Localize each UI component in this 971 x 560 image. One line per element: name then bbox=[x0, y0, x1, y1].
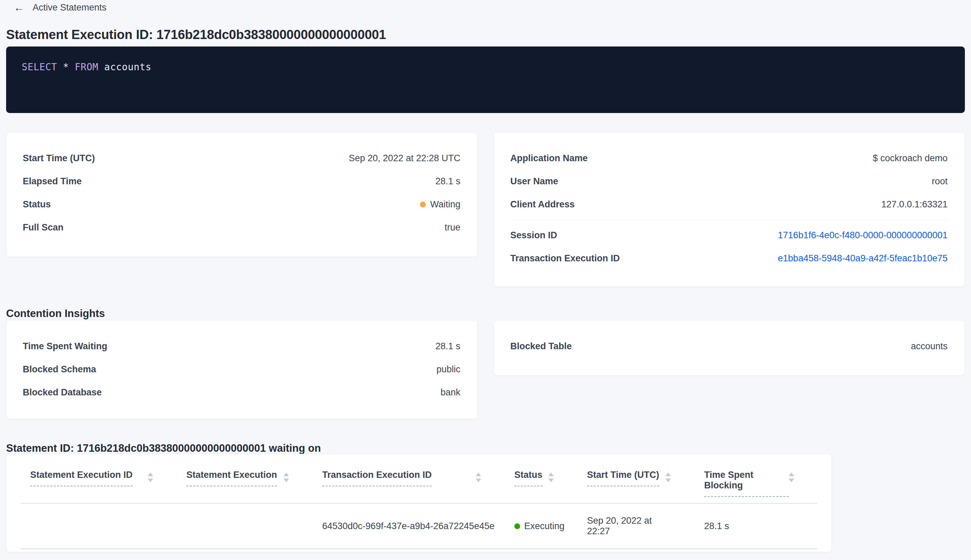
executing-status-dot-icon bbox=[514, 523, 520, 529]
sort-down-icon[interactable] bbox=[666, 478, 671, 482]
blocked-database-value: bank bbox=[440, 387, 460, 398]
blocked-database-label: Blocked Database bbox=[23, 387, 102, 398]
cell-start-time: Sep 20, 2022 at 22:27 bbox=[577, 515, 695, 537]
sort-up-icon[interactable] bbox=[475, 472, 481, 476]
sort-icon[interactable] bbox=[548, 472, 554, 482]
sort-up-icon[interactable] bbox=[789, 472, 794, 476]
elapsed-time-value: 28.1 s bbox=[435, 176, 460, 187]
cell-status: Executing bbox=[505, 521, 577, 532]
sql-star: * bbox=[57, 62, 75, 73]
client-address-value: 127.0.0.1:63321 bbox=[881, 199, 948, 210]
table-row: 64530d0c-969f-437e-a9b4-26a72245e45e Exe… bbox=[21, 504, 817, 549]
waiting-on-heading: Statement ID: 1716b218dc0b38380000000000… bbox=[6, 442, 321, 455]
back-arrow-icon[interactable]: ← bbox=[13, 2, 25, 13]
sort-icon[interactable] bbox=[475, 472, 481, 482]
sort-down-icon[interactable] bbox=[148, 478, 153, 482]
row-full-scan: Full Scan true bbox=[23, 216, 460, 239]
page-title: Statement Execution ID: 1716b218dc0b3838… bbox=[6, 27, 386, 42]
sort-down-icon[interactable] bbox=[284, 478, 289, 482]
time-spent-waiting-value: 28.1 s bbox=[435, 341, 460, 352]
row-session-id: Session ID 1716b1f6-4e0c-f480-0000-00000… bbox=[510, 224, 948, 247]
table-header-row: Statement Execution ID Statement Executi… bbox=[21, 454, 817, 504]
user-name-value: root bbox=[932, 176, 948, 187]
status-badge: Waiting bbox=[420, 199, 460, 210]
application-name-label: Application Name bbox=[510, 153, 588, 163]
transaction-execution-id-label: Transaction Execution ID bbox=[510, 253, 620, 264]
time-spent-waiting-label: Time Spent Waiting bbox=[23, 341, 107, 352]
breadcrumb[interactable]: ← Active Statements bbox=[13, 1, 107, 14]
overview-card-right: Application Name $ cockroach demo User N… bbox=[494, 132, 965, 287]
transaction-execution-id-link[interactable]: e1bba458-5948-40a9-a42f-5feac1b10e75 bbox=[778, 253, 948, 264]
sql-keyword-from: FROM bbox=[75, 62, 98, 73]
sql-statement-text: SELECT * FROM accounts bbox=[6, 47, 965, 88]
sort-up-icon[interactable] bbox=[284, 472, 289, 476]
column-header-statement-execution-id[interactable]: Statement Execution ID bbox=[21, 470, 177, 497]
column-header-start-time[interactable]: Start Time (UTC) bbox=[577, 470, 695, 497]
user-name-label: User Name bbox=[510, 176, 558, 187]
blocked-table-value: accounts bbox=[911, 341, 948, 352]
column-header-statement-execution[interactable]: Statement Execution bbox=[177, 470, 313, 497]
sql-table-name: accounts bbox=[98, 62, 152, 73]
column-header-transaction-execution-id[interactable]: Transaction Execution ID bbox=[313, 470, 505, 497]
start-time-label: Start Time (UTC) bbox=[23, 153, 95, 163]
sql-statement-box: SELECT * FROM accounts bbox=[6, 47, 965, 113]
statement-execution-detail-page: ← Active Statements Statement Execution … bbox=[0, 0, 971, 560]
sort-icon[interactable] bbox=[789, 472, 794, 482]
overview-card-left: Start Time (UTC) Sep 20, 2022 at 22:28 U… bbox=[6, 132, 478, 257]
start-time-value: Sep 20, 2022 at 22:28 UTC bbox=[349, 153, 460, 163]
cell-status-text: Executing bbox=[524, 521, 565, 532]
client-address-label: Client Address bbox=[510, 199, 575, 210]
sort-down-icon[interactable] bbox=[475, 478, 481, 482]
contention-card-right: Blocked Table accounts bbox=[494, 320, 965, 376]
sort-down-icon[interactable] bbox=[548, 478, 554, 482]
breadcrumb-label[interactable]: Active Statements bbox=[33, 2, 107, 13]
row-blocked-database: Blocked Database bank bbox=[23, 381, 460, 404]
sort-up-icon[interactable] bbox=[148, 472, 153, 476]
sort-down-icon[interactable] bbox=[789, 478, 794, 482]
sort-icon[interactable] bbox=[666, 472, 671, 482]
sort-up-icon[interactable] bbox=[548, 472, 554, 476]
row-time-spent-waiting: Time Spent Waiting 28.1 s bbox=[23, 335, 460, 358]
blocked-schema-value: public bbox=[436, 364, 460, 375]
blocked-schema-label: Blocked Schema bbox=[23, 364, 96, 375]
cell-time-spent-blocking: 28.1 s bbox=[695, 521, 818, 532]
full-scan-label: Full Scan bbox=[23, 222, 63, 233]
status-label: Status bbox=[23, 199, 51, 210]
row-blocked-table: Blocked Table accounts bbox=[510, 335, 948, 358]
waiting-on-table-card: Statement Execution ID Statement Executi… bbox=[6, 454, 832, 552]
sort-icon[interactable] bbox=[284, 472, 289, 482]
sql-keyword-select: SELECT bbox=[22, 62, 57, 73]
sort-up-icon[interactable] bbox=[666, 472, 671, 476]
session-id-label: Session ID bbox=[510, 230, 557, 241]
column-header-time-spent-blocking[interactable]: Time Spent Blocking bbox=[695, 470, 818, 497]
full-scan-value: true bbox=[444, 222, 460, 233]
sort-icon[interactable] bbox=[148, 472, 153, 482]
contention-insights-heading: Contention Insights bbox=[6, 307, 105, 320]
waiting-on-table: Statement Execution ID Statement Executi… bbox=[21, 454, 817, 549]
application-name-value: $ cockroach demo bbox=[873, 153, 948, 163]
status-value: Waiting bbox=[430, 199, 460, 210]
column-header-status[interactable]: Status bbox=[505, 470, 577, 497]
card-divider bbox=[510, 220, 948, 220]
contention-card-left: Time Spent Waiting 28.1 s Blocked Schema… bbox=[6, 320, 478, 419]
row-elapsed-time: Elapsed Time 28.1 s bbox=[23, 170, 460, 193]
row-status: Status Waiting bbox=[23, 193, 460, 216]
cell-transaction-execution-id: 64530d0c-969f-437e-a9b4-26a72245e45e bbox=[313, 521, 505, 532]
elapsed-time-label: Elapsed Time bbox=[23, 176, 82, 187]
blocked-table-label: Blocked Table bbox=[510, 341, 572, 352]
session-id-link[interactable]: 1716b1f6-4e0c-f480-0000-000000000001 bbox=[778, 230, 948, 241]
row-client-address: Client Address 127.0.0.1:63321 bbox=[510, 193, 948, 216]
row-start-time: Start Time (UTC) Sep 20, 2022 at 22:28 U… bbox=[23, 147, 460, 170]
waiting-status-dot-icon bbox=[420, 202, 426, 207]
row-blocked-schema: Blocked Schema public bbox=[23, 358, 460, 381]
row-user-name: User Name root bbox=[510, 170, 948, 193]
row-transaction-execution-id: Transaction Execution ID e1bba458-5948-4… bbox=[510, 247, 948, 270]
row-application-name: Application Name $ cockroach demo bbox=[510, 147, 948, 170]
